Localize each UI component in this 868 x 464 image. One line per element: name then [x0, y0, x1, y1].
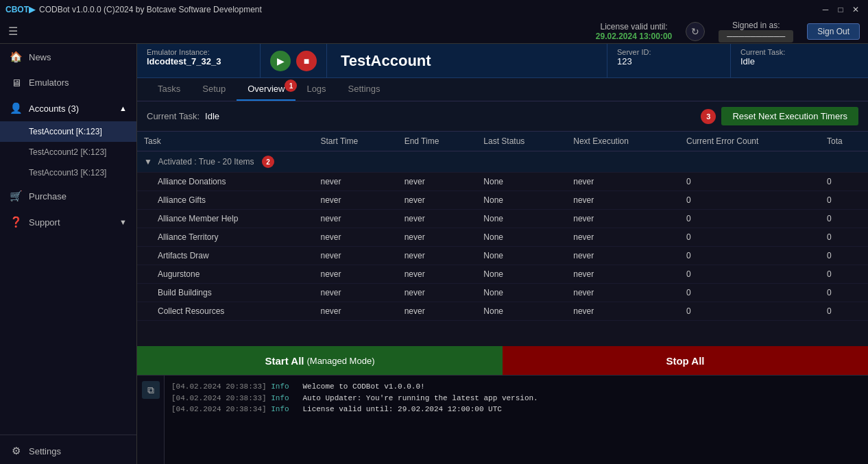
col-status: Last Status — [477, 132, 566, 151]
emulator-task-value: Idle — [740, 56, 858, 66]
reset-btn-group: 3 Reset Next Execution Timers — [701, 107, 858, 125]
sidebar-sub-item-acct2[interactable]: TestAccount2 [K:123] — [0, 142, 136, 162]
start-all-button[interactable]: Start All (Managed Mode) — [137, 346, 503, 375]
signed-in-label: Signed in as: — [719, 21, 793, 30]
task-table: Task Start Time End Time Last Status Nex… — [137, 132, 868, 321]
table-row: Collect ResourcesneverneverNonenever00 — [137, 302, 868, 321]
group-row-cell: ▼ Activated : True - 20 Items 2 — [137, 151, 868, 173]
server-id-label: Server ID: — [617, 48, 721, 56]
home-icon: 🏠 — [10, 51, 22, 63]
sidebar-item-settings[interactable]: ⚙ Settings — [0, 438, 136, 464]
user-icon: 👤 — [10, 102, 22, 114]
emulator-info: Emulator Instance: ldcodtest_7_32_3 — [137, 44, 261, 77]
reset-badge: 3 — [701, 109, 716, 124]
close-button[interactable]: ✕ — [849, 3, 863, 16]
table-row: Alliance GiftsneverneverNonenever00 — [137, 191, 868, 210]
sidebar: 🏠 News 🖥 Emulators 👤 Accounts (3) ▲ Test… — [0, 44, 137, 464]
table-row: Artifacts DrawneverneverNonenever00 — [137, 247, 868, 265]
refresh-button[interactable]: ↻ — [686, 22, 705, 41]
emulator-instance-value: ldcodtest_7_32_3 — [147, 56, 250, 66]
start-all-mode: (Managed Mode) — [306, 356, 374, 366]
copy-log-button[interactable]: ⧉ — [142, 381, 160, 399]
support-chevron-icon: ▼ — [119, 218, 127, 226]
monitor-icon: 🖥 — [10, 77, 22, 88]
log-line: [04.02.2024 20:38:34] Info License valid… — [171, 404, 861, 415]
topbar: ☰ License valid until: 29.02.2024 13:00:… — [0, 19, 868, 44]
tab-setup[interactable]: Setup — [191, 78, 237, 101]
tab-tasks[interactable]: Tasks — [147, 78, 191, 101]
tab-overview[interactable]: Overview 1 — [237, 78, 296, 101]
stop-button[interactable]: ■ — [296, 51, 317, 71]
window-controls: ─ □ ✕ — [819, 3, 863, 16]
content-area: 🏠 News 🖥 Emulators 👤 Accounts (3) ▲ Test… — [0, 44, 868, 464]
sidebar-sub-item-acct3[interactable]: TestAccount3 [K:123] — [0, 162, 136, 183]
col-next: Next Execution — [566, 132, 679, 151]
table-row: Build BuildingsneverneverNonenever00 — [137, 284, 868, 302]
main-panel: Emulator Instance: ldcodtest_7_32_3 ▶ ■ … — [137, 44, 868, 464]
sidebar-item-accounts[interactable]: 👤 Accounts (3) ▲ — [0, 95, 136, 121]
sidebar-item-purchase-label: Purchase — [29, 191, 67, 202]
log-content: [04.02.2024 20:38:33] Info Welcome to CO… — [165, 376, 868, 464]
bottom-actions: Start All (Managed Mode) Stop All — [137, 346, 868, 375]
stop-all-button[interactable]: Stop All — [503, 346, 868, 375]
log-line: [04.02.2024 20:38:33] Info Welcome to CO… — [171, 381, 861, 393]
reset-execution-button[interactable]: Reset Next Execution Timers — [721, 107, 858, 125]
sidebar-item-emulators-label: Emulators — [29, 77, 69, 88]
table-body: ▼ Activated : True - 20 Items 2 Alliance… — [137, 151, 868, 321]
task-table-container: Task Start Time End Time Last Status Nex… — [137, 132, 868, 346]
emulator-instance-label: Emulator Instance: — [147, 48, 250, 56]
sidebar-item-emulators[interactable]: 🖥 Emulators — [0, 70, 136, 95]
tab-settings[interactable]: Settings — [337, 78, 391, 101]
license-value: 29.02.2024 13:00:00 — [596, 32, 672, 41]
group-badge: 2 — [262, 156, 274, 168]
col-total: Tota — [820, 132, 868, 151]
sidebar-item-purchase[interactable]: 🛒 Purchase — [0, 183, 136, 209]
license-label: License valid until: — [596, 22, 672, 32]
sidebar-sub-item-acct1[interactable]: TestAccount [K:123] — [0, 121, 136, 142]
sidebar-item-support-label: Support — [29, 217, 60, 228]
server-id-value: 123 — [617, 56, 721, 66]
table-row: AugurstoneneverneverNonenever00 — [137, 265, 868, 284]
maximize-button[interactable]: □ — [834, 3, 847, 16]
log-sidebar: ⧉ — [137, 376, 165, 464]
app: ☰ License valid until: 29.02.2024 13:00:… — [0, 19, 868, 464]
table-row: Alliance TerritoryneverneverNonenever00 — [137, 228, 868, 247]
signed-in-value: ────────── — [719, 30, 793, 42]
sidebar-item-settings-label: Settings — [29, 446, 61, 456]
current-task-label: Current Task: — [147, 111, 200, 121]
app-title: CODBot v1.0.0.0 (C)2024 by Botcave Softw… — [39, 5, 819, 14]
question-icon: ❓ — [10, 216, 22, 228]
app-logo: CBOT▶ — [5, 5, 35, 14]
group-label: Activated : True - 20 Items — [158, 157, 254, 167]
signed-in-info: Signed in as: ────────── — [719, 21, 793, 42]
tab-logs[interactable]: Logs — [296, 78, 337, 101]
log-line: [04.02.2024 20:38:33] Info Auto Updater:… — [171, 393, 861, 404]
col-task: Task — [137, 132, 313, 151]
col-end: End Time — [398, 132, 477, 151]
col-start: Start Time — [313, 132, 397, 151]
sidebar-divider — [0, 435, 136, 435]
menu-icon[interactable]: ☰ — [8, 25, 18, 38]
table-row: Alliance DonationsneverneverNonenever00 — [137, 173, 868, 191]
play-button[interactable]: ▶ — [270, 51, 291, 71]
sidebar-item-accounts-label: Accounts (3) — [29, 103, 79, 114]
signout-button[interactable]: Sign Out — [807, 23, 860, 40]
sidebar-item-news-label: News — [29, 52, 51, 62]
server-info: Server ID: 123 — [607, 44, 731, 77]
emulator-controls: ▶ ■ — [261, 44, 327, 77]
cart-icon: 🛒 — [10, 190, 22, 202]
sidebar-item-support[interactable]: ❓ Support ▼ — [0, 209, 136, 235]
emulator-current-task: Current Task: Idle — [731, 44, 868, 77]
gear-icon: ⚙ — [10, 445, 22, 457]
emulator-task-label: Current Task: — [740, 48, 858, 56]
table-row: Alliance Member HelpneverneverNonenever0… — [137, 210, 868, 228]
titlebar: CBOT▶ CODBot v1.0.0.0 (C)2024 by Botcave… — [0, 0, 868, 19]
task-bar: Current Task: Idle 3 Reset Next Executio… — [137, 101, 868, 132]
start-all-label: Start All — [265, 355, 304, 367]
accounts-chevron-icon: ▲ — [119, 104, 127, 112]
table-header-row: Task Start Time End Time Last Status Nex… — [137, 132, 868, 151]
group-chevron-icon[interactable]: ▼ — [144, 157, 152, 167]
current-task-value: Idle — [205, 111, 219, 121]
sidebar-item-news[interactable]: 🏠 News — [0, 44, 136, 70]
minimize-button[interactable]: ─ — [819, 3, 832, 16]
